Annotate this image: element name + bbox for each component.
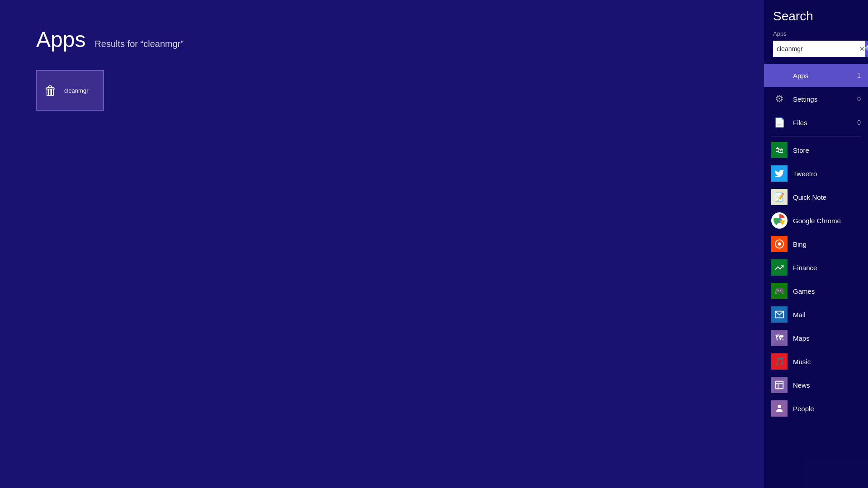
svg-point-2 (778, 242, 781, 245)
svg-point-7 (778, 405, 781, 408)
app-item-news[interactable]: News (764, 373, 868, 397)
finance-icon (771, 259, 788, 276)
search-header: Search Apps ✕ 🔍 (764, 0, 868, 61)
right-panel: Search Apps ✕ 🔍 Apps 1 ⚙ Settings 0 (764, 0, 868, 488)
search-clear-button[interactable]: ✕ (859, 41, 865, 57)
search-scope-label: Apps (773, 30, 859, 37)
app-item-music[interactable]: 🎵 Music (764, 350, 868, 373)
bing-icon (771, 236, 788, 252)
app-item-bing[interactable]: Bing (764, 232, 868, 256)
page-title: Apps (36, 27, 85, 52)
app-item-store[interactable]: 🛍 Store (764, 138, 868, 162)
category-apps-label: Apps (793, 72, 857, 80)
maps-icon: 🗺 (771, 330, 788, 346)
games-icon: 🎮 (771, 283, 788, 299)
search-title: Search (773, 9, 859, 23)
app-tile-cleanmgr[interactable]: 🗑 cleanmgr (36, 70, 104, 111)
app-item-mail[interactable]: Mail (764, 303, 868, 326)
panel-divider (771, 136, 861, 136)
app-item-finance[interactable]: Finance (764, 256, 868, 279)
app-games-label: Games (793, 287, 861, 295)
tweetro-icon (771, 165, 788, 182)
chrome-icon (771, 212, 788, 229)
store-icon: 🛍 (771, 142, 788, 158)
cleanmgr-icon: 🗑 (42, 81, 60, 99)
mail-icon (771, 306, 788, 323)
results-text: Results for “cleanmgr” (94, 39, 184, 49)
app-tile-label: cleanmgr (64, 87, 88, 94)
app-item-games[interactable]: 🎮 Games (764, 279, 868, 303)
quicknote-icon: 📝 (771, 189, 788, 205)
category-item-apps[interactable]: Apps 1 (764, 64, 868, 87)
apps-icon (771, 67, 788, 84)
category-settings-count: 0 (857, 95, 861, 103)
news-icon (771, 377, 788, 393)
people-icon (771, 400, 788, 417)
app-item-people[interactable]: People (764, 397, 868, 420)
page-header: Apps Results for “cleanmgr” (36, 27, 728, 52)
app-music-label: Music (793, 358, 861, 366)
app-chrome-label: Google Chrome (793, 217, 861, 225)
search-input-wrapper: ✕ 🔍 (773, 41, 859, 57)
app-bing-label: Bing (793, 240, 861, 248)
app-mail-label: Mail (793, 311, 861, 319)
app-news-label: News (793, 381, 861, 389)
category-list: Apps 1 ⚙ Settings 0 📄 Files 0 🛍 Store Tw… (764, 61, 868, 488)
main-area: Apps Results for “cleanmgr” 🗑 cleanmgr (0, 0, 764, 488)
app-maps-label: Maps (793, 334, 861, 342)
category-item-files[interactable]: 📄 Files 0 (764, 111, 868, 134)
files-icon: 📄 (771, 114, 788, 131)
svg-rect-4 (776, 381, 783, 389)
app-quicknote-label: Quick Note (793, 193, 861, 201)
category-item-settings[interactable]: ⚙ Settings 0 (764, 87, 868, 111)
app-item-chrome[interactable]: Google Chrome (764, 209, 868, 232)
settings-icon: ⚙ (771, 91, 788, 107)
category-apps-count: 1 (857, 72, 861, 79)
category-settings-label: Settings (793, 95, 857, 103)
app-item-maps[interactable]: 🗺 Maps (764, 326, 868, 350)
app-people-label: People (793, 405, 861, 413)
category-files-count: 0 (857, 119, 861, 126)
app-item-tweetro[interactable]: Tweetro (764, 162, 868, 185)
search-go-button[interactable]: 🔍 (865, 41, 868, 57)
app-item-quicknote[interactable]: 📝 Quick Note (764, 185, 868, 209)
app-tweetro-label: Tweetro (793, 170, 861, 178)
app-finance-label: Finance (793, 264, 861, 272)
category-files-label: Files (793, 119, 857, 127)
music-icon: 🎵 (771, 353, 788, 370)
app-store-label: Store (793, 146, 861, 154)
search-input[interactable] (773, 41, 859, 57)
